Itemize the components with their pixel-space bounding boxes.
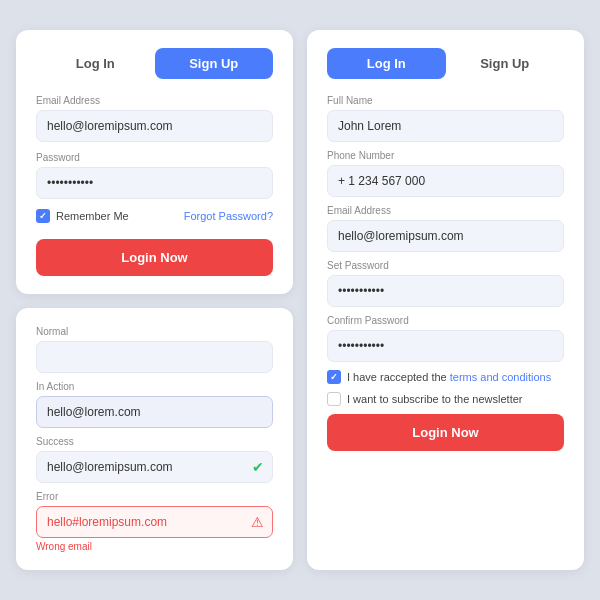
error-icon: ⚠ xyxy=(251,514,264,530)
setpassword-field-wrap xyxy=(327,275,564,307)
signup-tabs: Log In Sign Up xyxy=(327,48,564,79)
phone-label: Phone Number xyxy=(327,150,564,161)
error-field-wrap: ⚠ xyxy=(36,506,273,538)
error-text: Wrong email xyxy=(36,541,273,552)
normal-label: Normal xyxy=(36,326,273,337)
success-icon: ✔ xyxy=(252,459,264,475)
remember-label: Remember Me xyxy=(56,210,129,222)
normal-input[interactable] xyxy=(36,341,273,373)
phone-field-wrap xyxy=(327,165,564,197)
success-field-wrap: ✔ xyxy=(36,451,273,483)
inaction-label: In Action xyxy=(36,381,273,392)
email-input[interactable] xyxy=(36,110,273,142)
login-button[interactable]: Login Now xyxy=(36,239,273,276)
inaction-input[interactable] xyxy=(36,396,273,428)
email-field-wrap xyxy=(36,110,273,142)
password-label: Password xyxy=(36,152,273,163)
setpassword-label: Set Password xyxy=(327,260,564,271)
newsletter-row: I want to subscribe to the newsletter xyxy=(327,392,564,406)
terms-link[interactable]: terms and conditions xyxy=(450,371,552,383)
success-input[interactable] xyxy=(36,451,273,483)
confirmpassword-label: Confirm Password xyxy=(327,315,564,326)
signup-email-input[interactable] xyxy=(327,220,564,252)
signup-tab-login[interactable]: Log In xyxy=(327,48,446,79)
error-input[interactable] xyxy=(36,506,273,538)
remember-row: Remember Me Forgot Password? xyxy=(36,209,273,223)
login-tabs: Log In Sign Up xyxy=(36,48,273,79)
terms-row: I have raccepted the terms and condition… xyxy=(327,370,564,384)
newsletter-label: I want to subscribe to the newsletter xyxy=(347,393,522,405)
inaction-field-wrap xyxy=(36,396,273,428)
remember-me-group: Remember Me xyxy=(36,209,129,223)
tab-login[interactable]: Log In xyxy=(36,48,155,79)
success-label: Success xyxy=(36,436,273,447)
signup-email-field-wrap xyxy=(327,220,564,252)
fullname-field-wrap xyxy=(327,110,564,142)
terms-text: I have raccepted the terms and condition… xyxy=(347,371,551,383)
phone-input[interactable] xyxy=(327,165,564,197)
fullname-input[interactable] xyxy=(327,110,564,142)
forgot-password-link[interactable]: Forgot Password? xyxy=(184,210,273,222)
states-card: Normal In Action Success ✔ Error ⚠ Wrong… xyxy=(16,308,293,570)
setpassword-input[interactable] xyxy=(327,275,564,307)
remember-checkbox[interactable] xyxy=(36,209,50,223)
password-field-wrap xyxy=(36,167,273,199)
newsletter-checkbox[interactable] xyxy=(327,392,341,406)
fullname-label: Full Name xyxy=(327,95,564,106)
password-input[interactable] xyxy=(36,167,273,199)
terms-checkbox[interactable] xyxy=(327,370,341,384)
email-label: Email Address xyxy=(36,95,273,106)
signup-login-button[interactable]: Login Now xyxy=(327,414,564,451)
signup-card: Log In Sign Up Full Name Phone Number Em… xyxy=(307,30,584,570)
signup-email-label: Email Address xyxy=(327,205,564,216)
error-label: Error xyxy=(36,491,273,502)
login-card: Log In Sign Up Email Address Password Re… xyxy=(16,30,293,294)
confirmpassword-input[interactable] xyxy=(327,330,564,362)
normal-field-wrap xyxy=(36,341,273,373)
confirmpassword-field-wrap xyxy=(327,330,564,362)
tab-signup[interactable]: Sign Up xyxy=(155,48,274,79)
signup-tab-signup[interactable]: Sign Up xyxy=(446,48,565,79)
